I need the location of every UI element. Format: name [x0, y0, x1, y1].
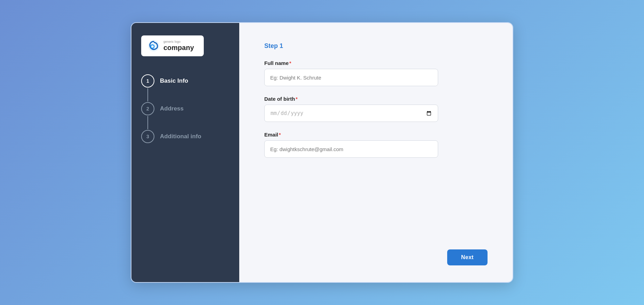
- fullname-input[interactable]: [264, 69, 438, 86]
- email-required-star: *: [279, 132, 281, 138]
- step-item-2[interactable]: 2 Address: [141, 102, 230, 115]
- logo-generic-text: generic logo: [163, 40, 194, 44]
- step-label-3: Additional info: [160, 133, 201, 140]
- step-connector-1-2: [147, 88, 148, 101]
- logo-box: generic logo company: [141, 35, 204, 56]
- next-button[interactable]: Next: [447, 249, 488, 265]
- dob-required-star: *: [296, 96, 297, 102]
- dob-input[interactable]: [264, 105, 438, 122]
- email-group: Email *: [264, 132, 488, 158]
- step-circle-3: 3: [141, 130, 154, 143]
- email-input[interactable]: [264, 140, 438, 158]
- step-circle-2: 2: [141, 102, 154, 115]
- step-label-2: Address: [160, 105, 184, 112]
- fullname-required-star: *: [289, 60, 291, 66]
- dob-group: Date of birth *: [264, 96, 488, 122]
- dob-label: Date of birth *: [264, 96, 488, 102]
- steps-list: 1 Basic Info 2 Address 3 Additional info: [141, 74, 230, 143]
- step-connector-2-3: [147, 116, 148, 129]
- svg-point-2: [151, 45, 154, 48]
- email-label: Email *: [264, 132, 488, 138]
- button-row: Next: [264, 249, 488, 265]
- main-content: Step 1 Full name * Date of birth * Email…: [239, 23, 513, 282]
- logo-company-text: company: [163, 44, 194, 51]
- modal-container: generic logo company 1 Basic Info 2 Addr…: [131, 22, 513, 283]
- logo-text-block: generic logo company: [163, 40, 194, 51]
- logo-icon: [147, 40, 160, 52]
- step-label-1: Basic Info: [160, 77, 188, 84]
- fullname-label: Full name *: [264, 60, 488, 66]
- step-item-1[interactable]: 1 Basic Info: [141, 74, 230, 88]
- step-indicator: Step 1: [264, 42, 488, 50]
- step-circle-1: 1: [141, 74, 154, 88]
- step-item-3[interactable]: 3 Additional info: [141, 130, 230, 143]
- fullname-group: Full name *: [264, 60, 488, 86]
- sidebar: generic logo company 1 Basic Info 2 Addr…: [131, 23, 239, 282]
